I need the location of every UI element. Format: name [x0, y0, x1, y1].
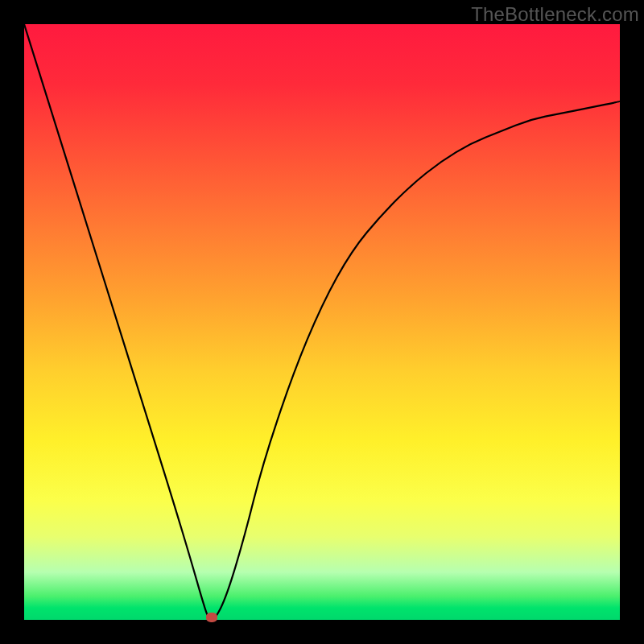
chart-frame: TheBottleneck.com	[0, 0, 644, 644]
bottleneck-curve	[24, 24, 620, 620]
watermark-text: TheBottleneck.com	[471, 3, 639, 26]
curve-svg	[24, 24, 620, 620]
plot-area	[24, 24, 620, 620]
min-marker	[206, 613, 217, 622]
